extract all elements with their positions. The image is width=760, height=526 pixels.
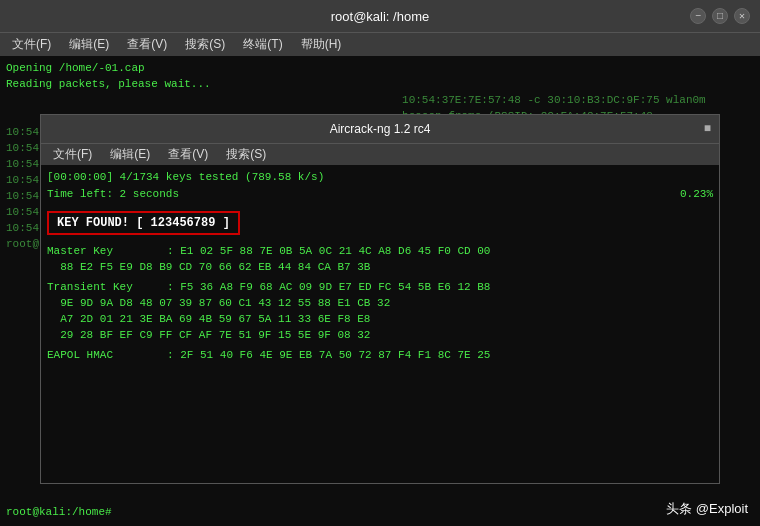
- master-key-label: Master Key: [47, 243, 167, 259]
- inner-menu-search[interactable]: 搜索(S): [218, 144, 274, 165]
- transient-key-row4: 29 28 BF EF C9 FF CF AF 7E 51 9F 15 5E 9…: [47, 327, 713, 343]
- transient-key-row2: 9E 9D 9A D8 48 07 39 87 60 C1 43 12 55 8…: [47, 295, 713, 311]
- inner-close-icon[interactable]: ■: [704, 122, 711, 136]
- line-reading: Reading packets, please wait...: [6, 76, 754, 92]
- inner-menu-file[interactable]: 文件(F): [45, 144, 100, 165]
- key-found-box: KEY FOUND! [ 123456789 ]: [47, 211, 240, 235]
- minimize-button[interactable]: −: [690, 8, 706, 24]
- time-left: Time left: 2 seconds: [47, 185, 179, 203]
- master-key-row2: 88 E2 F5 E9 D8 B9 CD 70 66 62 EB 44 84 C…: [47, 259, 713, 275]
- eapol-label: EAPOL HMAC: [47, 347, 167, 363]
- menu-terminal[interactable]: 终端(T): [235, 34, 290, 55]
- menu-help[interactable]: 帮助(H): [293, 34, 350, 55]
- eapol-row: EAPOL HMAC : 2F 51 40 F6 4E 9E EB 7A 50 …: [47, 347, 713, 363]
- inner-titlebar: Aircrack-ng 1.2 rc4 ■: [41, 115, 719, 143]
- close-button[interactable]: ✕: [734, 8, 750, 24]
- eapol-val: : 2F 51 40 F6 4E 9E EB 7A 50 72 87 F4 F1…: [167, 347, 490, 363]
- stats-line: [00:00:00] 4/1734 keys tested (789.58 k/…: [47, 169, 713, 185]
- outer-menubar: 文件(F) 编辑(E) 查看(V) 搜索(S) 终端(T) 帮助(H): [0, 32, 760, 56]
- inner-menu-edit[interactable]: 编辑(E): [102, 144, 158, 165]
- menu-search[interactable]: 搜索(S): [177, 34, 233, 55]
- time-percent-row: Time left: 2 seconds 0.23%: [47, 185, 713, 203]
- inner-terminal: Aircrack-ng 1.2 rc4 ■ 文件(F) 编辑(E) 查看(V) …: [40, 114, 720, 484]
- inner-menubar: 文件(F) 编辑(E) 查看(V) 搜索(S): [41, 143, 719, 165]
- menu-edit[interactable]: 编辑(E): [61, 34, 117, 55]
- outer-content: Opening /home/-01.cap Reading packets, p…: [0, 56, 760, 526]
- transient-key-label: Transient Key: [47, 279, 167, 295]
- watermark: 头条 @Exploit: [666, 500, 748, 518]
- transient-key-val: : F5 36 A8 F9 68 AC 09 9D E7 ED FC 54 5B…: [167, 279, 490, 295]
- line-opening: Opening /home/-01.cap: [6, 60, 754, 76]
- inner-content: [00:00:00] 4/1734 keys tested (789.58 k/…: [41, 165, 719, 483]
- master-key-row1: Master Key : E1 02 5F 88 7E 0B 5A 0C 21 …: [47, 243, 713, 259]
- bg-line-0: 10:54:37E:7E:57:48 -c 30:10:B3:DC:9F:75 …: [6, 92, 754, 108]
- transient-key-row3: A7 2D 01 21 3E BA 69 4B 59 67 5A 11 33 6…: [47, 311, 713, 327]
- inner-title: Aircrack-ng 1.2 rc4: [89, 122, 671, 136]
- key-found-container: KEY FOUND! [ 123456789 ]: [47, 209, 713, 237]
- outer-terminal: root@kali: /home − □ ✕ 文件(F) 编辑(E) 查看(V)…: [0, 0, 760, 526]
- inner-menu-view[interactable]: 查看(V): [160, 144, 216, 165]
- maximize-button[interactable]: □: [712, 8, 728, 24]
- outer-titlebar: root@kali: /home − □ ✕: [0, 0, 760, 32]
- menu-view[interactable]: 查看(V): [119, 34, 175, 55]
- bottom-prompt[interactable]: root@kali:/home#: [6, 504, 118, 520]
- outer-title: root@kali: /home: [70, 9, 690, 24]
- transient-key-row1: Transient Key : F5 36 A8 F9 68 AC 09 9D …: [47, 279, 713, 295]
- percent: 0.23%: [680, 185, 713, 203]
- menu-file[interactable]: 文件(F): [4, 34, 59, 55]
- master-key-val: : E1 02 5F 88 7E 0B 5A 0C 21 4C A8 D6 45…: [167, 243, 490, 259]
- window-controls: − □ ✕: [690, 8, 750, 24]
